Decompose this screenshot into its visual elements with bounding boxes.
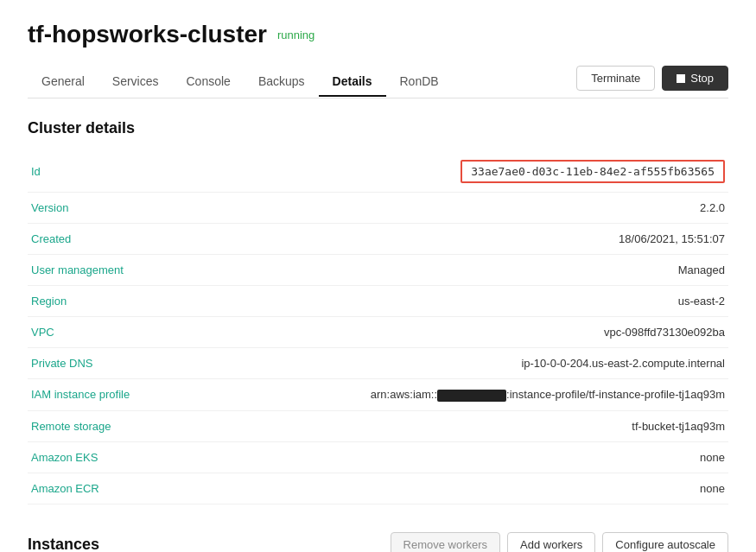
detail-value-iam: arn:aws:iam:::instance-profile/tf-instan… bbox=[200, 379, 728, 411]
tab-general[interactable]: General bbox=[28, 67, 98, 97]
header-row: tf-hopsworks-cluster running bbox=[28, 21, 728, 48]
stop-button[interactable]: Stop bbox=[662, 66, 728, 91]
remove-workers-button[interactable]: Remove workers bbox=[391, 532, 501, 552]
page-container: tf-hopsworks-cluster running General Ser… bbox=[0, 0, 756, 552]
detail-label-eks: Amazon EKS bbox=[28, 441, 200, 473]
detail-value-remote-storage: tf-bucket-tj1aq93m bbox=[200, 410, 728, 441]
detail-label-region: Region bbox=[28, 286, 200, 317]
stop-label: Stop bbox=[690, 72, 714, 85]
detail-value-eks: none bbox=[200, 441, 728, 473]
tab-services[interactable]: Services bbox=[98, 67, 173, 97]
detail-label-user-management: User management bbox=[28, 255, 200, 286]
detail-value-region: us-east-2 bbox=[200, 286, 728, 317]
detail-row-ecr: Amazon ECR none bbox=[28, 473, 728, 504]
tab-rondb[interactable]: RonDB bbox=[386, 67, 453, 97]
detail-row-region: Region us-east-2 bbox=[28, 286, 728, 317]
detail-row-vpc: VPC vpc-098ffd73130e092ba bbox=[28, 317, 728, 348]
detail-value-ecr: none bbox=[200, 473, 728, 504]
detail-row-iam: IAM instance profile arn:aws:iam:::insta… bbox=[28, 379, 728, 411]
instances-section: Instances Remove workers Add workers Con… bbox=[28, 532, 728, 552]
detail-value-user-management: Managed bbox=[200, 255, 728, 286]
stop-icon bbox=[677, 74, 685, 83]
detail-label-iam: IAM instance profile bbox=[28, 379, 200, 411]
detail-label-created: Created bbox=[28, 224, 200, 255]
detail-label-remote-storage: Remote storage bbox=[28, 410, 200, 441]
detail-label-ecr: Amazon ECR bbox=[28, 473, 200, 504]
detail-row-id: Id 33ae7ae0-d03c-11eb-84e2-af555fb63565 bbox=[28, 151, 728, 193]
cluster-details-section: Cluster details Id 33ae7ae0-d03c-11eb-84… bbox=[28, 119, 728, 504]
detail-row-version: Version 2.2.0 bbox=[28, 193, 728, 224]
detail-value-created: 18/06/2021, 15:51:07 bbox=[200, 224, 728, 255]
add-workers-button[interactable]: Add workers bbox=[507, 532, 595, 552]
detail-label-id: Id bbox=[28, 151, 200, 193]
iam-prefix: arn:aws:iam:: bbox=[371, 388, 437, 401]
tab-details[interactable]: Details bbox=[319, 67, 386, 97]
detail-label-vpc: VPC bbox=[28, 317, 200, 348]
status-badge: running bbox=[277, 29, 314, 41]
detail-label-version: Version bbox=[28, 193, 200, 224]
detail-row-created: Created 18/06/2021, 15:51:07 bbox=[28, 224, 728, 255]
detail-row-private-dns: Private DNS ip-10-0-0-204.us-east-2.comp… bbox=[28, 348, 728, 379]
detail-row-eks: Amazon EKS none bbox=[28, 441, 728, 473]
detail-value-version: 2.2.0 bbox=[200, 193, 728, 224]
detail-value-vpc: vpc-098ffd73130e092ba bbox=[200, 317, 728, 348]
instances-actions: Remove workers Add workers Configure aut… bbox=[391, 532, 728, 552]
detail-value-private-dns: ip-10-0-0-204.us-east-2.compute.internal bbox=[200, 348, 728, 379]
instances-title: Instances bbox=[28, 536, 99, 552]
id-value-highlighted: 33ae7ae0-d03c-11eb-84e2-af555fb63565 bbox=[461, 160, 725, 183]
iam-suffix: :instance-profile/tf-instance-profile-tj… bbox=[506, 388, 725, 401]
iam-redacted bbox=[437, 390, 506, 402]
terminate-button[interactable]: Terminate bbox=[576, 66, 655, 91]
instances-header: Instances Remove workers Add workers Con… bbox=[28, 532, 728, 552]
configure-autoscale-button[interactable]: Configure autoscale bbox=[602, 532, 728, 552]
detail-row-remote-storage: Remote storage tf-bucket-tj1aq93m bbox=[28, 410, 728, 441]
tab-console[interactable]: Console bbox=[173, 67, 245, 97]
tabs-row: General Services Console Backups Details… bbox=[28, 66, 728, 98]
detail-value-id: 33ae7ae0-d03c-11eb-84e2-af555fb63565 bbox=[200, 151, 728, 193]
cluster-title: tf-hopsworks-cluster bbox=[28, 21, 267, 48]
detail-row-user-management: User management Managed bbox=[28, 255, 728, 286]
tab-backups[interactable]: Backups bbox=[245, 67, 319, 97]
details-table: Id 33ae7ae0-d03c-11eb-84e2-af555fb63565 … bbox=[28, 151, 728, 504]
detail-label-private-dns: Private DNS bbox=[28, 348, 200, 379]
tab-actions: Terminate Stop bbox=[576, 66, 728, 98]
cluster-details-title: Cluster details bbox=[28, 119, 728, 137]
